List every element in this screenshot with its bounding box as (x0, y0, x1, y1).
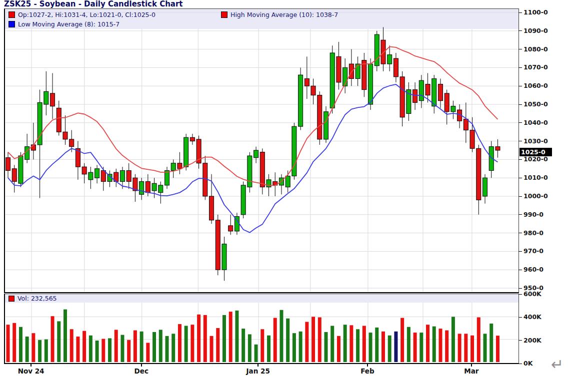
volume-bar (344, 325, 347, 362)
volume-bar (267, 336, 270, 362)
candlestick-plot-area[interactable] (6, 9, 518, 292)
price-tick (518, 122, 522, 123)
volume-bar (134, 331, 137, 362)
volume-bar (229, 312, 232, 362)
volume-bar (299, 332, 302, 362)
volume-bar (190, 325, 194, 362)
volume-bar (248, 334, 252, 362)
price-tick-label: 1060-0 (524, 82, 548, 90)
volume-bar (44, 340, 48, 362)
date-tick-label: Dec (134, 367, 148, 375)
volume-bar (96, 341, 99, 362)
price-tick-label: 960-0 (524, 266, 544, 274)
candle-body (451, 106, 456, 112)
candle-body (165, 170, 170, 185)
candle-body (381, 40, 386, 64)
volume-bar (477, 317, 480, 362)
volume-bar (470, 336, 474, 362)
price-tick (518, 67, 522, 68)
volume-bar (89, 336, 92, 362)
volume-tick (518, 294, 522, 295)
volume-bar (458, 334, 462, 362)
price-tick (518, 233, 522, 233)
volume-bar (369, 333, 372, 362)
volume-bar (32, 333, 35, 362)
chart-window: ZSK25 - Soybean - Daily Candlestick Char… (0, 0, 588, 380)
volume-bar (254, 345, 258, 362)
legend-item-low-ma: Low Moving Average (8): 1015-7 (8, 19, 120, 28)
volume-bar (388, 336, 392, 362)
price-chart-panel[interactable]: Op:1027-2, Hi:1031-4, Lo:1021-0, Cl:1025… (4, 8, 519, 293)
volume-bar (318, 317, 322, 362)
candle-body (298, 75, 303, 126)
volume-bar (452, 317, 455, 362)
volume-bar (330, 326, 334, 362)
candle-body (152, 183, 156, 191)
volume-bar (108, 338, 112, 362)
volume-bar (312, 317, 315, 362)
volume-bar (337, 336, 340, 362)
date-tick (471, 364, 472, 367)
volume-bar (280, 310, 283, 362)
volume-bar (438, 329, 442, 362)
volume-bar (184, 326, 188, 362)
candle-body (56, 108, 61, 132)
candle-body (470, 130, 474, 149)
volume-bar (166, 336, 169, 362)
volume-bar (114, 330, 118, 362)
return-icon[interactable]: ↵ (551, 357, 564, 372)
candle-body (216, 220, 220, 270)
candle-body (356, 64, 360, 78)
legend-volume-label: Vol: 232,565 (18, 295, 57, 302)
volume-bar (76, 337, 80, 362)
candle-body (248, 156, 252, 187)
candle-body (318, 95, 322, 139)
ohlc-swatch-icon (8, 11, 15, 18)
volume-bar (197, 315, 200, 362)
volume-bar (159, 330, 162, 362)
price-tick (518, 196, 522, 197)
volume-bar (216, 328, 220, 362)
volume-bar (292, 333, 296, 362)
candle-body (362, 60, 366, 90)
volume-tick-label: 600K (524, 290, 542, 298)
candle-body (426, 84, 430, 95)
candle-body (228, 226, 233, 231)
date-tick-label: Mar (464, 367, 478, 375)
candle-body (374, 34, 379, 66)
legend-low-ma-label: Low Moving Average (8): 1015-7 (18, 20, 120, 28)
candle-body (70, 139, 74, 147)
candle-body (171, 163, 176, 171)
price-tick-label: 1040-0 (524, 119, 548, 127)
volume-bar (426, 325, 430, 362)
candle-body (178, 163, 182, 169)
candle-body (483, 178, 488, 196)
date-tick-label: Nov 24 (18, 367, 44, 375)
volume-bar (127, 340, 130, 362)
volume-bar (178, 324, 182, 362)
price-tick (518, 251, 522, 252)
candle-body (432, 78, 436, 106)
volume-bar (120, 335, 124, 362)
candle-body (368, 64, 373, 104)
candle-body (330, 53, 334, 108)
candle-body (146, 182, 150, 193)
volume-bar (102, 339, 105, 362)
volume-bar (6, 325, 10, 362)
price-tick-label: 1020-0 (524, 155, 548, 163)
candle-body (18, 156, 23, 183)
volume-panel[interactable]: Vol: 232,565 (4, 294, 519, 364)
legend-item-volume: Vol: 232,565 (8, 295, 57, 302)
candle-body (394, 58, 398, 77)
date-tick-label: Jan 25 (246, 367, 270, 375)
candle-body (63, 132, 68, 139)
price-tick (518, 270, 522, 270)
date-tick (258, 364, 258, 367)
candle-body (82, 167, 86, 174)
volume-plot-area[interactable] (6, 294, 518, 363)
volume-bar (420, 333, 423, 362)
candle-body (254, 150, 258, 158)
volume-bar (464, 334, 468, 362)
volume-bar (400, 318, 404, 362)
candle-body (95, 169, 100, 178)
